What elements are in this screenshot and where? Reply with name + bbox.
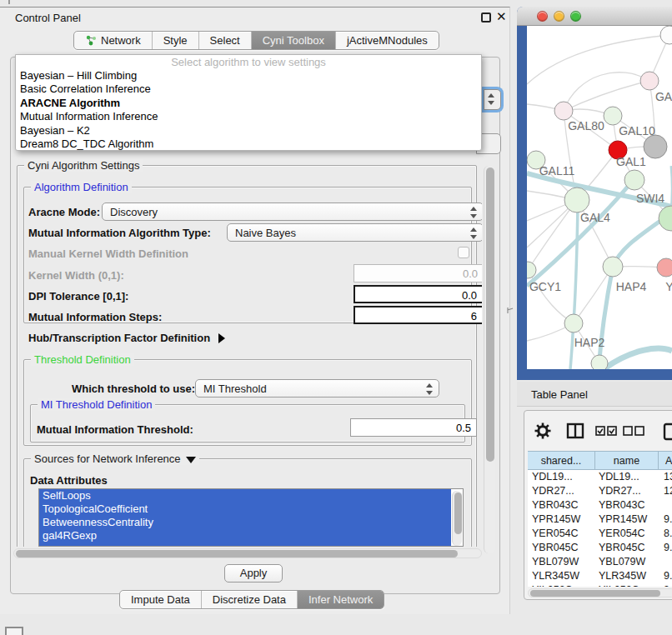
settings-horizontal-scrollbar[interactable]: [13, 548, 482, 558]
dropdown-item[interactable]: Bayesian – Hill Climbing: [16, 69, 481, 82]
table-cell[interactable]: YDR27...: [532, 484, 574, 498]
minimized-panel-icon[interactable]: [5, 627, 23, 635]
network-node[interactable]: [644, 135, 667, 158]
tab-impute-data[interactable]: Impute Data: [120, 591, 202, 608]
column-header[interactable]: shared...: [528, 451, 595, 470]
tab-jactivemnodules[interactable]: jActiveMNodules: [336, 32, 439, 49]
zoom-traffic-light[interactable]: [570, 11, 581, 22]
list-vertical-scrollbar[interactable]: [452, 491, 462, 546]
mi-algorithm-type-select[interactable]: Naive Bayes: [227, 223, 482, 242]
table-cell[interactable]: YLR345W: [599, 569, 646, 583]
network-node[interactable]: [564, 314, 583, 332]
apply-button[interactable]: Apply: [224, 564, 283, 582]
network-node[interactable]: [604, 107, 622, 125]
settings-vertical-scrollbar[interactable]: [484, 166, 495, 553]
clear-checkboxes-icon[interactable]: [623, 426, 644, 436]
table-cell[interactable]: YPR145W: [599, 512, 647, 527]
table-cell[interactable]: YER054C: [599, 527, 645, 541]
hub-definition-toggle[interactable]: Hub/Transcription Factor Definition: [28, 332, 225, 344]
mi-steps-input[interactable]: 6: [354, 306, 482, 324]
scrollbar-thumb[interactable]: [486, 168, 494, 462]
table-row[interactable]: YLR345WYLR345W9.: [528, 569, 672, 583]
close-traffic-light[interactable]: [537, 11, 548, 22]
attribute-list-item[interactable]: SelfLoops: [39, 489, 451, 502]
table-cell[interactable]: YBR045C: [599, 541, 645, 555]
network-canvas[interactable]: GALGAL80GAL10GAL1GAL11SWI4GAL4GCY1HAP4YH…: [527, 26, 672, 369]
dropdown-item[interactable]: Basic Correlation Inference: [16, 82, 481, 96]
table-cell[interactable]: YIL052C: [599, 583, 639, 587]
table-cell[interactable]: YPR145W: [532, 512, 580, 527]
aracne-mode-select[interactable]: Discovery: [102, 202, 482, 221]
network-node[interactable]: [564, 188, 589, 212]
select-all-checkboxes-icon[interactable]: [595, 426, 617, 436]
table-cell[interactable]: 9.: [664, 512, 672, 527]
table-cell[interactable]: 13.: [664, 470, 672, 484]
table-cell[interactable]: YBL079W: [532, 555, 579, 569]
column-header[interactable]: A: [659, 451, 672, 470]
attribute-list-item-partial[interactable]: [39, 542, 451, 547]
network-window-titlebar[interactable]: [517, 7, 672, 26]
sources-toggle[interactable]: Sources for Network Inference: [31, 452, 199, 465]
which-threshold-select[interactable]: MI Threshold: [195, 379, 439, 398]
network-node[interactable]: [603, 257, 623, 277]
scrollbar-thumb[interactable]: [16, 550, 458, 558]
table-cell[interactable]: YLR345W: [532, 569, 579, 583]
network-node[interactable]: [527, 262, 536, 278]
mi-threshold-input[interactable]: 0.5: [350, 418, 477, 437]
attribute-list-item[interactable]: BetweennessCentrality: [39, 516, 451, 529]
table-cell[interactable]: 12.: [664, 484, 672, 498]
table-cell[interactable]: 9.: [664, 583, 672, 587]
network-node[interactable]: [640, 72, 659, 90]
table-cell[interactable]: YBR045C: [532, 541, 579, 555]
tab-network[interactable]: Network: [74, 32, 153, 49]
dpi-tolerance-input[interactable]: 0.0: [354, 285, 482, 303]
table-cell[interactable]: YDR27...: [599, 484, 641, 498]
table-row[interactable]: YDR27...YDR27...12.: [528, 484, 672, 498]
tab-style[interactable]: Style: [153, 32, 199, 49]
float-panel-icon[interactable]: [481, 12, 491, 22]
close-panel-icon[interactable]: ✕: [496, 9, 507, 24]
table-cell[interactable]: YER054C: [532, 527, 579, 541]
attribute-list-item[interactable]: TopologicalCoefficient: [39, 502, 451, 516]
attribute-list-item[interactable]: gal4RGexp: [39, 529, 451, 542]
table-cell[interactable]: 8.: [664, 527, 672, 541]
tab-discretize-data[interactable]: Discretize Data: [202, 591, 298, 608]
dropdown-item[interactable]: Dream8 DC_TDC Algorithm: [16, 138, 481, 151]
table-row[interactable]: YBR045CYBR045C9.: [528, 541, 672, 555]
table-row[interactable]: YDL19...YDL19...13.: [528, 470, 672, 484]
table-row[interactable]: YER054CYER054C8.: [528, 527, 672, 541]
network-node[interactable]: [660, 26, 672, 44]
network-node[interactable]: [659, 206, 672, 231]
table-cell[interactable]: 9.: [664, 541, 672, 555]
tab-select[interactable]: Select: [199, 32, 252, 49]
table-cell[interactable]: 9.: [664, 569, 672, 583]
table-horizontal-scrollbar[interactable]: [528, 588, 672, 598]
table-row[interactable]: YBL079WYBL079W: [528, 555, 672, 569]
network-node[interactable]: [624, 170, 644, 190]
tab-infer-network[interactable]: Infer Network: [298, 591, 384, 608]
table-row[interactable]: YIL052CYIL052C9.: [528, 583, 672, 587]
minimize-traffic-light[interactable]: [554, 11, 564, 22]
scrollbar-thumb[interactable]: [530, 590, 660, 597]
network-node[interactable]: [554, 102, 573, 120]
tab-cyni-toolbox[interactable]: Cyni Toolbox: [252, 32, 336, 49]
table-cell[interactable]: YDL19...: [599, 470, 639, 484]
scrollbar-thumb[interactable]: [454, 492, 462, 534]
column-header[interactable]: name: [595, 451, 659, 470]
network-node[interactable]: [657, 258, 672, 277]
table-cell[interactable]: YBR043C: [599, 498, 645, 512]
columns-icon[interactable]: [566, 422, 584, 439]
dropdown-item[interactable]: ARACNE Algorithm: [16, 97, 481, 110]
new-table-icon[interactable]: [663, 422, 672, 441]
table-cell[interactable]: YIL052C: [532, 583, 573, 587]
table-row[interactable]: YPR145WYPR145W9.: [528, 512, 672, 527]
table-cell[interactable]: YBR043C: [532, 498, 579, 512]
network-node[interactable]: [591, 355, 608, 369]
table-row[interactable]: YBR043CYBR043C: [528, 498, 672, 512]
table-cell[interactable]: YBL079W: [599, 555, 645, 569]
algorithm-combobox-fragment[interactable]: [484, 89, 501, 110]
gear-icon[interactable]: [534, 422, 551, 439]
dropdown-item[interactable]: Bayesian – K2: [16, 124, 481, 138]
kernel-width-input[interactable]: 0.0: [354, 264, 482, 282]
manual-kernel-width-checkbox[interactable]: [458, 247, 469, 258]
